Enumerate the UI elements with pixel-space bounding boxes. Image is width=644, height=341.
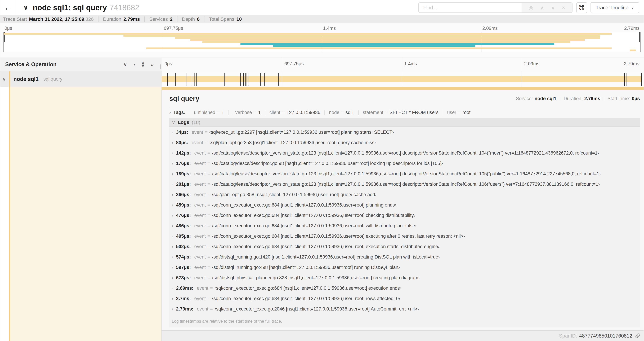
minimap-right-scrubber[interactable] — [639, 32, 640, 42]
column-resizer-handle[interactable] — [159, 65, 161, 69]
log-row[interactable]: ›678μs:event=‹sql/distsql_physical_plann… — [172, 275, 640, 285]
find-input[interactable] — [419, 3, 522, 13]
log-row[interactable]: ›502μs:event=‹sql/conn_executor_exec.go:… — [172, 244, 640, 254]
log-row[interactable]: ›2.69ms:event=‹sql/conn_executor_exec.go… — [172, 285, 640, 296]
timeline-tick-label: 1.4ms — [404, 61, 417, 67]
find-clear-icon[interactable]: × — [562, 5, 565, 11]
trace-start-item: Trace Start March 31 2022, 17:25:09.326 — [3, 17, 98, 22]
tag-key: statement — [363, 110, 384, 115]
log-key: event — [194, 192, 206, 197]
span-row: ∨ node sql1 sql query — [0, 71, 644, 87]
log-row[interactable]: ›476μs:event=‹sql/conn_executor_exec.go:… — [172, 213, 640, 223]
minimap-span-bar — [273, 45, 476, 47]
expand-one-icon[interactable]: › — [133, 62, 135, 67]
deep-link-button[interactable] — [635, 333, 640, 338]
log-row[interactable]: ›189μs:event=‹sql/catalog/lease/descript… — [172, 171, 640, 182]
chevron-right-icon[interactable]: › — [172, 140, 173, 145]
chevron-right-icon[interactable]: › — [172, 223, 173, 229]
log-row[interactable]: ›486μs:event=‹sql/conn_executor_exec.go:… — [172, 223, 640, 234]
equals-sign: = — [208, 150, 210, 156]
minimap-span-bar — [190, 39, 585, 41]
log-key: event — [194, 223, 206, 229]
log-row[interactable]: ›574μs:event=‹sql/distsql_running.go:142… — [172, 254, 640, 265]
chevron-right-icon[interactable]: › — [172, 244, 173, 249]
start-time-label: Start Time: — [608, 96, 630, 101]
timeline-tick-label: 2.09ms — [524, 61, 540, 67]
equals-sign: = — [208, 171, 210, 177]
expand-all-icon[interactable]: » — [151, 62, 154, 67]
log-row[interactable]: ›2.79ms:event=‹sql/conn_executor_exec.go… — [172, 306, 640, 317]
back-button[interactable]: ← — [0, 0, 16, 15]
keyboard-shortcuts-button[interactable]: ⌘ — [576, 2, 587, 13]
equals-sign: = — [205, 140, 208, 145]
collapse-trace-header-icon[interactable]: ∨ — [23, 4, 28, 11]
span-row-name-column[interactable]: ∨ node sql1 sql query — [0, 71, 162, 87]
chevron-right-icon[interactable]: › — [172, 254, 173, 260]
log-key: event — [194, 182, 206, 187]
span-id-label: SpanID: — [559, 333, 577, 339]
log-row[interactable]: ›2.7ms:event=‹sql/conn_executor_exec.go:… — [172, 296, 640, 306]
equals-sign: = — [208, 182, 210, 187]
chevron-right-icon[interactable]: › — [172, 234, 173, 239]
chevron-right-icon[interactable]: › — [172, 161, 173, 166]
logs-header[interactable]: ∨ Logs (18) — [169, 118, 640, 127]
collapse-one-icon[interactable]: ∨ — [123, 62, 127, 67]
chevron-right-icon[interactable]: › — [172, 192, 173, 197]
log-field: event=‹sql/conn_executor_exec.go:684 [ns… — [194, 234, 465, 239]
detail-right-column: sql query Service: node sql1 Duration: 2… — [162, 87, 644, 341]
find-next-icon[interactable]: ∨ — [551, 5, 555, 11]
log-row[interactable]: ›34μs:event=‹sql/exec_util.go:2297 [nsql… — [172, 130, 640, 140]
log-key: event — [194, 296, 206, 301]
chevron-right-icon[interactable]: › — [172, 265, 173, 270]
find-focus-icon[interactable]: ◎ — [529, 5, 533, 11]
log-key: event — [194, 171, 206, 177]
detail-left-column — [0, 87, 162, 341]
find-controls: ◎ ∧ ∨ × — [522, 3, 572, 13]
timeline-tick-label: 2.79ms — [624, 61, 639, 67]
chevron-right-icon[interactable]: › — [172, 130, 173, 135]
timeline-gridline — [522, 71, 522, 87]
chevron-right-icon[interactable]: › — [172, 213, 173, 218]
log-row[interactable]: ›176μs:event=‹sql/catalog/descs/descript… — [172, 161, 640, 171]
chevron-right-icon[interactable]: › — [172, 171, 173, 177]
chevron-right-icon[interactable]: › — [172, 275, 173, 280]
timeline-tick-label: 2.79ms — [624, 26, 640, 31]
log-timestamp: 574μs: — [176, 254, 191, 260]
log-row[interactable]: ›201μs:event=‹sql/catalog/lease/descript… — [172, 182, 640, 192]
log-row[interactable]: ›459μs:event=‹sql/conn_executor_exec.go:… — [172, 202, 640, 213]
collapse-all-icon[interactable]: ∨ ∨ — [141, 62, 144, 67]
minimap-span-graph[interactable] — [4, 32, 640, 52]
chevron-right-icon[interactable]: › — [172, 296, 173, 301]
log-row[interactable]: ›142μs:event=‹sql/catalog/lease/descript… — [172, 150, 640, 161]
span-collapse-icon[interactable]: ∨ — [2, 76, 6, 82]
log-field: event=‹sql/distsql_running.go:498 [nsql1… — [194, 265, 400, 270]
chevron-right-icon[interactable]: › — [172, 150, 173, 156]
log-row[interactable]: ›495μs:event=‹sql/conn_executor_exec.go:… — [172, 234, 640, 244]
log-key: event — [197, 306, 208, 312]
tags-toggle[interactable]: › Tags: — [169, 110, 186, 115]
log-key: event — [194, 234, 206, 239]
timeline-gridline — [402, 58, 402, 71]
log-row[interactable]: ›80μs:event=‹sql/plan_opt.go:358 [nsql1,… — [172, 140, 640, 150]
log-key: event — [194, 275, 206, 280]
tag-item: node=sql1 — [325, 110, 358, 115]
log-value: ‹sql/conn_executor_exec.go:684 [nsql1,cl… — [212, 223, 417, 229]
log-row[interactable]: ›366μs:event=‹sql/plan_opt.go:358 [nsql1… — [172, 192, 640, 202]
log-value: ‹sql/catalog/lease/descriptor_version_st… — [212, 150, 599, 156]
log-field: event=‹sql/catalog/lease/descriptor_vers… — [194, 171, 601, 177]
find-prev-icon[interactable]: ∧ — [540, 5, 544, 11]
timeline-collapse-controls: ∨ › ∨ ∨ » — [123, 62, 154, 67]
log-row[interactable]: ›597μs:event=‹sql/distsql_running.go:498… — [172, 265, 640, 275]
selected-row-highlight — [10, 87, 161, 341]
chevron-right-icon[interactable]: › — [172, 285, 173, 291]
span-color-stripe — [9, 87, 10, 341]
log-value: ‹sql/distsql_running.go:1420 [nsql1,clie… — [212, 254, 440, 260]
chevron-right-icon[interactable]: › — [172, 202, 173, 208]
minimap-span-bar — [240, 43, 554, 45]
log-marker-tick — [194, 73, 194, 86]
chevron-right-icon[interactable]: › — [172, 306, 173, 312]
trace-timeline-dropdown[interactable]: Trace Timeline ∨ — [590, 2, 639, 13]
log-marker-tick — [626, 73, 626, 86]
chevron-right-icon[interactable]: › — [172, 182, 173, 187]
log-timestamp: 176μs: — [176, 161, 191, 166]
